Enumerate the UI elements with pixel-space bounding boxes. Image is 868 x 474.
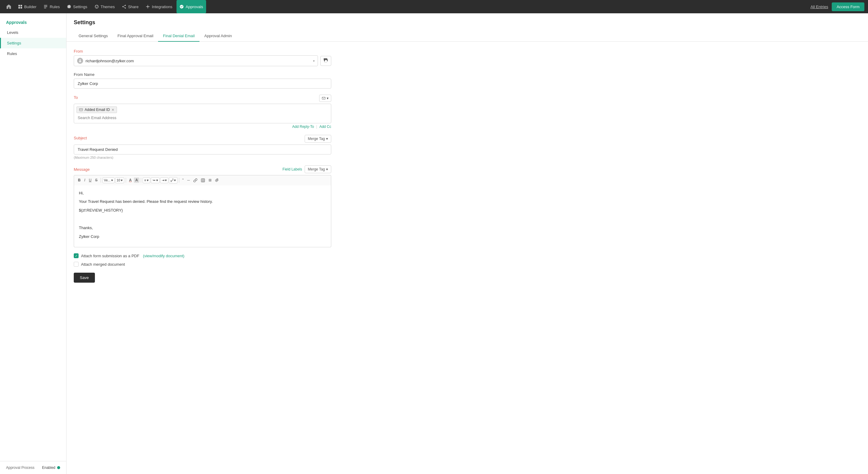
- refresh-button[interactable]: [320, 56, 331, 66]
- view-modify-link[interactable]: (view/modify document): [143, 254, 184, 258]
- attach-pdf-checkbox[interactable]: [74, 253, 79, 258]
- script-chevron-icon: ▾: [174, 178, 176, 182]
- merge-tag-chevron-icon: ▾: [326, 137, 328, 141]
- attach-merged-checkbox[interactable]: [74, 262, 79, 267]
- separator: |: [316, 124, 317, 129]
- main-content: Settings General Settings Final Approval…: [66, 13, 868, 474]
- toolbar-align-select[interactable]: ≡ ▾: [143, 177, 150, 183]
- field-labels-button[interactable]: Field Labels: [283, 167, 302, 171]
- add-reply-to-button[interactable]: Add Reply-To: [292, 124, 314, 129]
- toolbar-font-color[interactable]: A: [128, 177, 133, 183]
- editor-toolbar: B I U S Ve... ▾ 10 ▾ A A: [74, 175, 331, 185]
- settings-content: From richardjohnson@zylker.com ▾: [66, 42, 339, 290]
- svg-point-11: [125, 5, 126, 6]
- svg-rect-1: [21, 5, 22, 6]
- page-header: Settings General Settings Final Approval…: [66, 13, 868, 42]
- top-navigation: Builder Rules Settings Themes Share Inte…: [0, 0, 868, 13]
- tab-general-settings[interactable]: General Settings: [74, 31, 113, 42]
- from-name-input[interactable]: [74, 79, 331, 89]
- all-entries-button[interactable]: All Entries: [811, 4, 829, 9]
- add-cc-button[interactable]: Add Cc: [319, 124, 331, 129]
- toolbar-divider-2: [126, 178, 126, 183]
- save-button[interactable]: Save: [74, 273, 95, 283]
- attachments-group: Attach form submission as a PDF (view/mo…: [74, 253, 331, 267]
- tab-final-approval-email[interactable]: Final Approval Email: [113, 31, 158, 42]
- toolbar-list-select[interactable]: ≔ ▾: [151, 177, 160, 183]
- attach-merged-label: Attach merged document: [81, 262, 125, 267]
- toolbar-font-select[interactable]: Ve... ▾: [102, 177, 115, 183]
- svg-rect-4: [44, 5, 48, 6]
- nav-rules[interactable]: Rules: [40, 0, 63, 13]
- app-layout: Approvals Levels Settings Rules Approval…: [0, 13, 868, 474]
- toolbar-special-chars[interactable]: ⊞: [207, 177, 213, 183]
- nav-themes[interactable]: Themes: [92, 0, 118, 13]
- toolbar-indent-select[interactable]: ⇥ ▾: [160, 177, 168, 183]
- toolbar-strikeout[interactable]: ─: [186, 177, 192, 183]
- subject-merge-tag-button[interactable]: Merge Tag ▾: [305, 135, 331, 143]
- tab-bar: General Settings Final Approval Email Fi…: [74, 31, 861, 41]
- from-name-field-group: From Name: [74, 72, 331, 89]
- message-label: Message: [74, 167, 90, 172]
- editor-line-3: ${zf:REVIEW_HISTORY}: [79, 207, 326, 214]
- nav-builder[interactable]: Builder: [15, 0, 39, 13]
- tab-final-denial-email[interactable]: Final Denial Email: [158, 31, 199, 42]
- toolbar-attachment[interactable]: [214, 177, 221, 183]
- svg-point-10: [96, 7, 97, 8]
- to-field-container[interactable]: Added Email ID ×: [74, 104, 331, 123]
- sidebar-item-levels[interactable]: Levels: [0, 27, 66, 38]
- indent-chevron-icon: ▾: [165, 178, 167, 182]
- svg-point-13: [125, 7, 126, 9]
- access-form-button[interactable]: Access Form: [832, 2, 864, 11]
- to-label: To: [74, 95, 78, 100]
- home-button[interactable]: [4, 2, 14, 11]
- nav-approvals[interactable]: Approvals: [177, 0, 206, 13]
- subject-label: Subject: [74, 136, 87, 140]
- to-actions: ▾: [319, 95, 331, 102]
- toolbar-italic[interactable]: I: [83, 177, 87, 183]
- sidebar-item-settings[interactable]: Settings: [0, 38, 66, 48]
- editor-line-2: Your Travel Request has been denied. Ple…: [79, 199, 326, 205]
- message-merge-tag-button[interactable]: Merge Tag ▾: [305, 165, 331, 173]
- sidebar-footer: Approval Process Enabled: [0, 461, 66, 474]
- tab-approval-admin[interactable]: Approval Admin: [199, 31, 237, 42]
- toolbar-highlight[interactable]: A: [134, 177, 140, 183]
- toolbar-table[interactable]: [199, 177, 207, 183]
- email-tag-label: Added Email ID: [85, 108, 110, 112]
- from-email-select[interactable]: richardjohnson@zylker.com ▾: [74, 55, 318, 66]
- nav-share[interactable]: Share: [119, 0, 142, 13]
- sidebar-nav: Approvals Levels Settings Rules: [0, 13, 66, 61]
- message-row: Message Field Labels Merge Tag ▾: [74, 165, 331, 173]
- subject-char-hint: (Maximum 250 characters): [74, 156, 331, 159]
- from-field-group: From richardjohnson@zylker.com ▾: [74, 49, 331, 66]
- editor-line-5: Zylker Corp: [79, 234, 326, 240]
- svg-point-9: [97, 6, 98, 6]
- toolbar-strikethrough[interactable]: S: [94, 177, 99, 183]
- reply-cc-row: Add Reply-To | Add Cc: [74, 124, 331, 129]
- from-chevron-icon: ▾: [313, 59, 315, 63]
- search-email-input[interactable]: [76, 115, 329, 121]
- toolbar-divider-1: [101, 178, 101, 183]
- subject-row: Subject Merge Tag ▾: [74, 135, 331, 143]
- toolbar-blockquote[interactable]: ": [181, 177, 185, 183]
- nav-settings[interactable]: Settings: [64, 0, 90, 13]
- to-row: To ▾: [74, 95, 331, 102]
- toolbar-script-select[interactable]: x2 ▾: [169, 177, 178, 183]
- toolbar-size-select[interactable]: 10 ▾: [115, 177, 124, 183]
- message-editor[interactable]: Hi, Your Travel Request has been denied.…: [74, 185, 331, 247]
- nav-right: All Entries Access Form: [811, 2, 864, 11]
- nav-integrations[interactable]: Integrations: [143, 0, 175, 13]
- page-title: Settings: [74, 19, 861, 26]
- toolbar-bold[interactable]: B: [76, 177, 82, 183]
- toolbar-link[interactable]: [192, 177, 199, 183]
- editor-line-1: Hi,: [79, 190, 326, 197]
- sidebar-item-rules[interactable]: Rules: [0, 48, 66, 59]
- message-field-group: Message Field Labels Merge Tag ▾ B I U S: [74, 165, 331, 247]
- list-chevron-icon: ▾: [156, 178, 158, 182]
- email-remove-button[interactable]: ×: [112, 108, 114, 112]
- subject-input[interactable]: [74, 145, 331, 154]
- email-type-chevron-icon: ▾: [327, 96, 329, 100]
- email-type-selector[interactable]: ▾: [319, 95, 331, 102]
- email-tag: Added Email ID ×: [76, 107, 117, 113]
- toolbar-underline[interactable]: U: [87, 177, 93, 183]
- approval-process-status: Enabled: [42, 466, 60, 470]
